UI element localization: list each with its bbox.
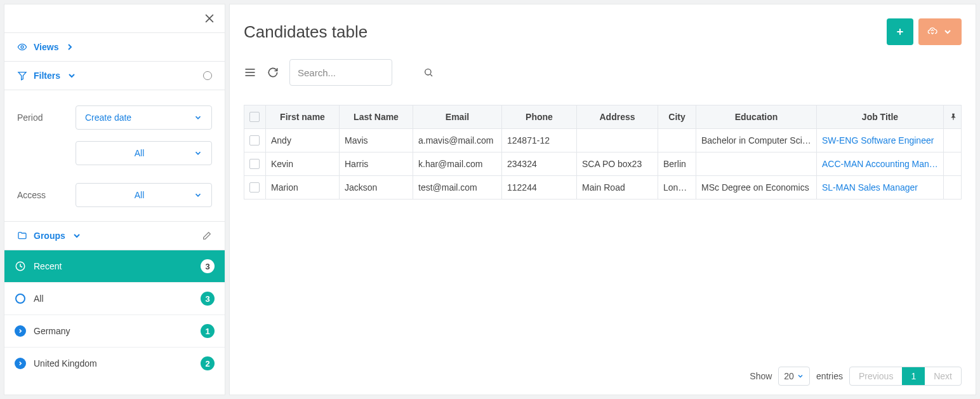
group-item[interactable]: United Kingdom2 [4,347,225,379]
funnel-icon [17,71,27,81]
svg-marker-3 [18,72,26,80]
page-size-value: 20 [784,371,794,381]
chevron-down-icon [194,113,202,122]
chevron-down-icon [194,191,202,200]
group-item[interactable]: Germany1 [4,314,225,347]
svg-point-10 [425,69,431,75]
pager-next[interactable]: Next [925,367,961,385]
group-count-badge: 1 [201,324,215,338]
access-label: Access [17,190,76,200]
table-footer: Show 20 entries Previous 1 Next [244,354,962,386]
column-header[interactable]: First name [266,105,340,129]
cell-email: test@mail.com [413,176,502,200]
column-header[interactable]: City [658,105,696,129]
cell-first-name: Marion [266,176,340,200]
period-value: Create date [85,112,131,123]
pager: Previous 1 Next [849,367,962,386]
groups-label: Groups [34,231,65,241]
cloud-action-button[interactable] [918,18,962,45]
column-header[interactable]: Email [413,105,502,129]
access-select[interactable]: All [76,183,212,207]
clock-icon [15,260,26,272]
column-header[interactable]: Education [696,105,817,129]
cell-phone: 234324 [502,152,577,176]
table-row[interactable]: MarionJacksontest@mail.com112244Main Roa… [244,176,962,200]
cell-pin [944,176,962,200]
row-checkbox-cell[interactable] [244,129,266,152]
column-header[interactable]: Job Title [817,105,944,129]
cell-job-title[interactable]: SL-MAN Sales Manager [817,176,944,200]
checkbox-icon[interactable] [249,182,260,193]
page-size-select[interactable]: 20 [778,367,810,386]
cell-last-name: Mavis [340,129,413,152]
column-header[interactable]: Last Name [340,105,413,129]
pager-page-1[interactable]: 1 [902,367,925,385]
period-all-select[interactable]: All [76,141,212,165]
cell-education: MSc Degree on Economics [696,176,817,200]
filters-label: Filters [34,71,60,81]
close-icon[interactable] [203,12,216,25]
show-label: Show [750,371,772,381]
chevron-down-icon [67,71,77,81]
group-count-badge: 3 [201,259,215,273]
period-select[interactable]: Create date [76,105,212,130]
row-checkbox-cell[interactable] [244,152,266,176]
table-row[interactable]: AndyMavisa.mavis@mail.com124871-12Bachel… [244,129,962,152]
checkbox-icon[interactable] [249,135,260,145]
select-all-header[interactable] [244,105,266,129]
views-label: Views [34,42,58,52]
chevron-right-icon [65,42,75,52]
group-item[interactable]: All3 [4,282,225,314]
svg-point-2 [21,46,23,48]
table-row[interactable]: KevinHarrisk.har@mail.com234324SCA PO bo… [244,152,962,176]
chevron-down-icon [194,149,202,158]
cell-job-title[interactable]: ACC-MAN Accounting Manager [817,152,944,176]
column-header[interactable]: Phone [502,105,577,129]
search-input[interactable] [298,67,418,78]
period-all-value: All [85,148,194,158]
period-label: Period [17,112,76,123]
cell-job-title[interactable]: SW-ENG Software Engineer [817,129,944,152]
group-name: Germany [34,326,193,336]
pin-column-header[interactable] [944,105,962,129]
chevron-down-icon [943,27,953,37]
pin-icon [949,112,956,121]
column-header[interactable]: Address [577,105,658,129]
filters-body: Period Create date All Access All [4,90,225,221]
chevron-down-icon [72,231,82,241]
search-box[interactable] [289,59,392,86]
cell-address: Main Road [577,176,658,200]
main-panel: Candidates table [229,4,976,395]
checkbox-icon[interactable] [249,112,260,122]
access-value: All [85,190,194,200]
refresh-icon[interactable] [267,66,279,79]
pager-previous[interactable]: Previous [850,367,902,385]
svg-line-11 [430,74,432,76]
eye-icon [17,42,27,52]
cell-email: k.har@mail.com [413,152,502,176]
group-name: United Kingdom [34,358,193,369]
arrow-circle-right-icon [15,358,26,369]
checkbox-icon[interactable] [249,159,260,169]
filters-header[interactable]: Filters [4,61,225,90]
cell-last-name: Harris [340,152,413,176]
cell-education [696,152,817,176]
group-list: Recent3All3Germany1United Kingdom2 [4,250,225,379]
cell-city [658,129,696,152]
folder-icon [17,231,27,241]
cell-pin [944,152,962,176]
row-checkbox-cell[interactable] [244,176,266,200]
cell-phone: 112244 [502,176,577,200]
group-item[interactable]: Recent3 [4,250,225,282]
menu-icon[interactable] [244,66,256,79]
circle-icon [15,293,26,304]
entries-label: entries [816,371,843,381]
views-header[interactable]: Views [4,32,225,61]
groups-header[interactable]: Groups [4,221,225,250]
cell-first-name: Andy [266,129,340,152]
edit-icon[interactable] [202,231,212,241]
cell-city: Berlin [658,152,696,176]
add-button[interactable] [887,18,913,45]
cell-first-name: Kevin [266,152,340,176]
status-ring-icon [203,71,212,80]
